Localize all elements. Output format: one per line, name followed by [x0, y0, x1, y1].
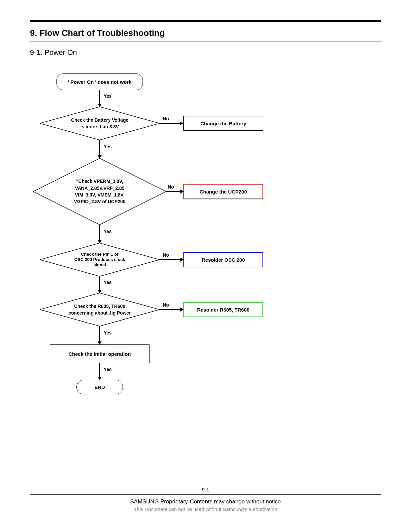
node-a3-label: Resolder OSC 200: [202, 257, 245, 263]
arrow-d3-a3: [159, 259, 183, 260]
lbl-no-3: No: [163, 252, 169, 258]
arrow-d3-d4: [99, 276, 100, 293]
node-p1: Check the initial operation: [50, 344, 150, 363]
lbl-yes-1: Yes: [104, 93, 112, 99]
arrow-d2-a2: [166, 191, 183, 192]
lbl-yes-2: Yes: [104, 144, 112, 149]
node-start-label: ' Power On ' does not work: [68, 79, 131, 85]
arrow-d1-d2: [99, 140, 100, 158]
node-d4-label: Check the R605, TR600 concerning about J…: [40, 293, 159, 326]
node-d2: "Check VPERM_3.0V, VANA_2.85V,VRF_2.85 V…: [33, 158, 166, 225]
node-a2: Change the UCP200: [183, 184, 263, 199]
arrow-d4-a4: [159, 309, 183, 310]
node-d3: Check the Pin 1 of OSC 200 Produces cloc…: [40, 243, 159, 276]
lbl-yes-3: Yes: [104, 229, 112, 234]
page-number: 9-1: [30, 487, 381, 492]
node-a4-label: Resolder R605, TR600: [197, 307, 250, 313]
lbl-no-4: No: [163, 302, 169, 308]
node-d3-label: Check the Pin 1 of OSC 200 Produces cloc…: [40, 243, 159, 276]
section-title: 9-1. Power On: [30, 48, 381, 57]
node-d1: Check the Battery Voltage is more than 3…: [40, 107, 159, 140]
node-a4: Resolder R605, TR600: [183, 302, 263, 317]
arrow-start-d1: [99, 90, 100, 107]
node-a1: Change the Battery: [183, 116, 263, 131]
lbl-yes-4: Yes: [104, 280, 112, 285]
arrow-d4-p1: [99, 326, 100, 344]
arrow-d1-a1: [159, 123, 183, 124]
arrow-p1-end: [99, 363, 100, 380]
node-a3: Resolder OSC 200: [183, 252, 263, 267]
node-end-label: END: [94, 384, 105, 390]
node-start: ' Power On ' does not work: [56, 73, 143, 90]
node-a2-label: Change the UCP200: [200, 189, 247, 195]
lbl-yes-6: Yes: [104, 367, 112, 372]
node-d4: Check the R605, TR600 concerning about J…: [40, 293, 159, 326]
chapter-title: 9. Flow Chart of Troubleshooting: [30, 28, 381, 38]
node-end: END: [76, 380, 123, 394]
title-underline: [30, 42, 381, 42]
node-a1-label: Change the Battery: [200, 121, 246, 126]
footer-rule: [30, 494, 381, 495]
node-d2-label: "Check VPERM_3.0V, VANA_2.85V,VRF_2.85 V…: [33, 158, 166, 225]
flowchart: ' Power On ' does not work Yes Check the…: [30, 60, 381, 446]
lbl-no-2: No: [168, 184, 174, 190]
node-d1-label: Check the Battery Voltage is more than 3…: [40, 107, 159, 140]
lbl-yes-5: Yes: [104, 330, 112, 335]
page-footer: 9-1 SAMSUNG Proprietary-Contents may cha…: [30, 487, 381, 512]
arrow-d2-d3: [99, 225, 100, 243]
node-p1-label: Check the initial operation: [68, 351, 131, 357]
top-rule: [30, 20, 381, 22]
footer-line2: This Document can not be used without Sa…: [30, 506, 381, 512]
lbl-no-1: No: [163, 116, 169, 121]
footer-line1: SAMSUNG Proprietary-Contents may change …: [30, 498, 381, 505]
